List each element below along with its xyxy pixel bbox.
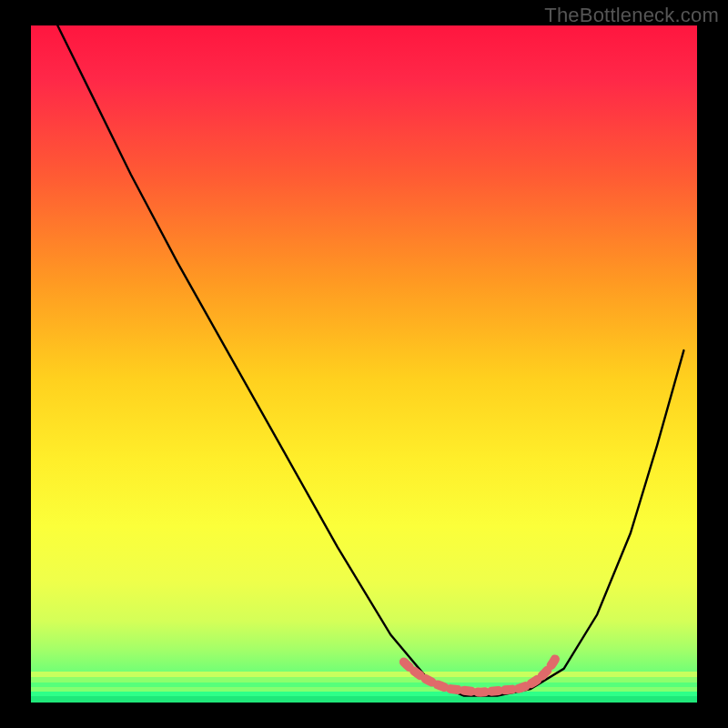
band-strip-2 [31,677,697,682]
band-strip-3 [31,682,697,687]
band-strip-6 [31,696,697,703]
chart-svg [0,0,728,728]
chart-stage: TheBottleneck.com [0,0,728,728]
plot-gradient-bg [31,25,697,703]
band-strip-1 [31,672,697,677]
watermark-label: TheBottleneck.com [544,4,719,27]
band-strip-4 [31,687,697,692]
band-strip-5 [31,692,697,696]
